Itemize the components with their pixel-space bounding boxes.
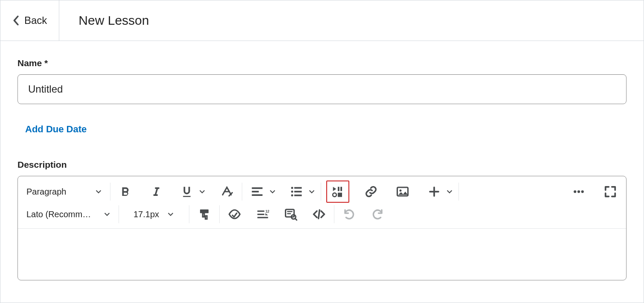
- link-button[interactable]: [361, 182, 381, 201]
- word-count-icon: 123: [256, 208, 269, 221]
- block-format-select[interactable]: Paragraph: [24, 182, 105, 201]
- bold-button[interactable]: [116, 182, 135, 201]
- accessibility-check-button[interactable]: [225, 204, 244, 224]
- insert-stuff-button[interactable]: [329, 183, 347, 200]
- link-icon: [365, 185, 377, 198]
- svg-rect-8: [294, 195, 302, 196]
- align-button[interactable]: [247, 182, 267, 201]
- source-code-button[interactable]: [309, 204, 329, 224]
- svg-rect-12: [338, 193, 342, 197]
- source-code-icon: [313, 208, 325, 221]
- fullscreen-button[interactable]: [600, 182, 620, 201]
- svg-point-16: [577, 190, 580, 193]
- add-due-date-button[interactable]: Add Due Date: [25, 124, 87, 135]
- chevron-down-icon: [103, 210, 111, 218]
- plus-button[interactable]: [424, 182, 444, 201]
- format-painter-icon: [198, 208, 211, 221]
- svg-point-3: [291, 187, 293, 189]
- image-icon: [396, 185, 409, 198]
- svg-point-14: [400, 189, 402, 192]
- preview-icon: [284, 208, 297, 221]
- image-button[interactable]: [393, 182, 412, 201]
- redo-button[interactable]: [368, 204, 387, 224]
- undo-button[interactable]: [339, 204, 359, 224]
- rich-text-editor: Paragraph: [17, 176, 627, 280]
- svg-rect-1: [252, 191, 259, 192]
- editor-content-area[interactable]: [18, 229, 626, 280]
- list-button[interactable]: [287, 182, 306, 201]
- underline-button[interactable]: [177, 182, 197, 201]
- bold-icon: [119, 185, 132, 198]
- chevron-down-icon: [95, 188, 102, 195]
- svg-point-11: [333, 193, 337, 197]
- block-format-label: Paragraph: [26, 187, 66, 197]
- redo-icon: [371, 208, 384, 221]
- svg-rect-24: [287, 211, 293, 213]
- undo-icon: [343, 208, 356, 221]
- insert-stuff-highlight: [326, 181, 349, 203]
- svg-rect-2: [252, 194, 263, 196]
- insert-stuff-icon: [331, 185, 344, 198]
- page-title: New Lesson: [78, 13, 149, 28]
- svg-rect-6: [294, 191, 302, 192]
- word-count-button[interactable]: 123: [253, 204, 273, 224]
- back-button[interactable]: Back: [0, 0, 59, 41]
- chevron-left-icon: [12, 15, 19, 26]
- chevron-down-icon[interactable]: [269, 188, 276, 195]
- svg-rect-4: [294, 187, 302, 189]
- accessibility-check-icon: [228, 208, 241, 221]
- toolbar-row-2: Lato (Recomm… 17.1px 123: [18, 204, 626, 229]
- back-label: Back: [24, 15, 47, 26]
- toolbar-row-1: Paragraph: [18, 176, 626, 204]
- clear-format-icon: [220, 185, 233, 198]
- chevron-down-icon[interactable]: [308, 188, 316, 195]
- svg-rect-9: [338, 187, 339, 191]
- svg-point-7: [291, 194, 293, 196]
- name-input[interactable]: [17, 74, 627, 104]
- font-size-select[interactable]: 17.1px: [124, 204, 184, 224]
- align-icon: [251, 185, 264, 198]
- preview-button[interactable]: [281, 204, 301, 224]
- format-painter-button[interactable]: [194, 204, 214, 224]
- italic-icon: [150, 185, 162, 198]
- svg-rect-25: [287, 213, 291, 215]
- more-button[interactable]: [569, 182, 589, 201]
- svg-point-5: [291, 191, 293, 193]
- more-icon: [572, 185, 585, 198]
- svg-rect-10: [340, 187, 342, 191]
- page-header: Back New Lesson: [0, 0, 644, 41]
- chevron-down-icon[interactable]: [198, 188, 206, 195]
- svg-rect-21: [258, 217, 268, 218]
- svg-text:123: 123: [265, 209, 269, 213]
- font-family-select[interactable]: Lato (Recomm…: [24, 204, 113, 224]
- font-size-label: 17.1px: [133, 210, 159, 219]
- font-family-label: Lato (Recomm…: [26, 210, 91, 219]
- italic-button[interactable]: [146, 182, 166, 201]
- underline-icon: [180, 185, 193, 198]
- chevron-down-icon[interactable]: [446, 188, 453, 195]
- svg-point-15: [574, 190, 576, 193]
- svg-rect-19: [258, 210, 264, 212]
- fullscreen-icon: [604, 185, 617, 198]
- name-label: Name *: [17, 58, 627, 68]
- list-icon: [290, 185, 303, 198]
- description-label: Description: [17, 160, 627, 170]
- clear-format-button[interactable]: [217, 182, 237, 201]
- plus-icon: [428, 185, 441, 198]
- chevron-down-icon: [167, 210, 174, 218]
- svg-point-17: [581, 190, 584, 193]
- svg-rect-20: [258, 214, 264, 215]
- content-area: Name * Add Due Date Description Paragrap…: [0, 41, 644, 280]
- svg-rect-0: [252, 187, 263, 189]
